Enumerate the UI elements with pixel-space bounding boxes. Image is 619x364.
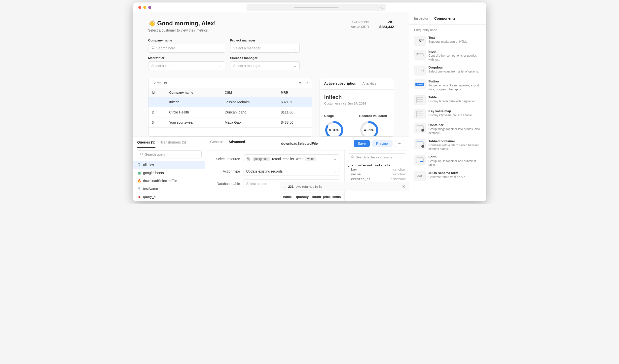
db-table-label: Database table [210,182,240,186]
schema-column[interactable]: created_attimezone [348,177,406,181]
table-row[interactable]: 1InitechJessica Mohaim$321.50 [148,97,312,107]
global-search-input[interactable] [247,4,386,11]
greeting-subtitle: Select a customer to view their metrics. [148,28,216,32]
component-tabcontainer[interactable]: +Tabbed containerContainer with a tab to… [413,137,482,153]
query-item-allFiles[interactable]: 🗄allFiles [133,161,205,169]
usage-gauge: 83.33% [324,120,344,137]
refresh-icon[interactable]: ⟳ [305,81,308,85]
query-item-googlesheets[interactable]: ▦googlesheets [133,169,205,177]
subtab-advanced[interactable]: Advanced [228,140,245,147]
save-button[interactable]: Save [354,140,370,147]
component-form[interactable]: FormGroup inputs together and submit at … [413,153,482,169]
svg-line-9 [142,154,143,155]
tab-queries[interactable]: Queries (5) [137,140,155,148]
search-icon [140,152,144,157]
tab-components[interactable]: Components [434,16,456,24]
preview-button[interactable]: Preview [372,140,393,147]
company-search-input[interactable]: Search here [148,44,225,53]
schema-table-name[interactable]: ⌄ ar_internal_metadata [348,163,406,167]
subscription-card: Active subscription Analytics Initech Cu… [320,78,394,137]
market-tier-select[interactable]: Select a tier [148,61,225,70]
db-icon: 🗄 [137,187,141,191]
component-dropdown[interactable]: DropdownSelect one value from a list of … [413,64,482,77]
result-headers: name quantity id unit_price_cents [280,192,344,201]
metric-mrr-label: Active MRR [351,25,369,29]
text-icon: A [414,36,426,46]
col-id[interactable]: id [148,88,166,97]
component-kv[interactable]: Key value mapDisplay key value pairs in … [413,107,482,121]
schema-column[interactable]: keyvarchar [348,167,406,172]
svg-point-0 [380,6,382,8]
search-icon [380,5,383,10]
tabcontainer-icon: + [414,139,426,149]
component-text[interactable]: ATextSupports markdown or HTML. [413,34,482,48]
subscription-since: Customer since Jun 24, 2018 [324,102,389,105]
table-icon [414,95,426,105]
sheets-icon: ▦ [137,171,141,175]
check-icon: ✓ [284,185,286,188]
query-status-bar: ✓ 231 rows returned in 3s ✕ [280,182,409,191]
redis-icon: ◉ [137,195,141,199]
close-status-icon[interactable]: ✕ [402,184,405,189]
query-item-testName[interactable]: 🗄testName [133,185,205,193]
metric-customers-label: Customers [352,20,369,24]
tab-transformers[interactable]: Transformers (5) [160,140,186,148]
component-button[interactable]: ActionButtonTrigger actions like run que… [413,77,482,93]
tab-analytics[interactable]: Analytics [362,81,376,89]
action-type-label: Action type [210,169,240,173]
json-icon: JSON [414,171,426,181]
tab-inspector[interactable]: Inspector [414,16,429,24]
component-table[interactable]: TableDisplay tabular data with paginatio… [413,93,482,107]
db-icon: 🗄 [137,163,141,167]
query-item-query_4[interactable]: ◉query_4 [133,193,205,201]
query-title: downloadSelectedFile [251,142,348,146]
more-button[interactable]: ⋯ [395,140,404,147]
kv-icon [414,109,426,119]
resource-select[interactable]: 🐘 postgresql retool_emailer_write write [244,154,339,163]
schema-column[interactable]: valuevarchar [348,172,406,177]
results-table: 12 results ▼ ⟳ id Company name CSM MRR [148,78,312,137]
project-manager-select[interactable]: Select a manager [230,44,300,53]
window-minimize-icon[interactable] [143,6,146,9]
svg-line-3 [153,48,154,49]
greeting-title: 👋 Good morning, Alex! [148,20,216,27]
tab-active-subscription[interactable]: Active subscription [324,81,357,89]
action-type-select[interactable]: Update existing records [244,167,339,176]
button-icon: Action [414,79,426,89]
input-icon [414,50,426,60]
table-row[interactable]: 2Circle HealthDuncan Idaho$111.00 [148,107,312,117]
col-mrr[interactable]: MRR [277,88,312,97]
search-icon [351,155,354,159]
filter-icon[interactable]: ▼ [298,81,302,85]
svg-point-8 [140,153,142,155]
schema-search-input[interactable]: Search tables or columns [348,153,406,161]
col-company[interactable]: Company name [166,88,221,97]
subscription-company: Initech [324,94,389,101]
section-frequently-used: Frequently used [409,25,486,34]
query-item-downloadSelectedFile[interactable]: 🔥downloadSelectedFile [133,177,205,185]
svg-line-11 [353,157,354,158]
metric-mrr-value: $284,432 [374,25,394,29]
svg-line-1 [382,7,383,8]
container-icon: + [414,123,426,133]
col-csm[interactable]: CSM [221,88,277,97]
records-gauge: 40.78% [359,120,379,137]
project-manager-label: Project manager [230,38,300,42]
metric-customers-value: 281 [374,20,394,24]
window-close-icon[interactable] [138,6,141,9]
component-json[interactable]: JSONJSON schema formGenerate forms from … [413,169,482,183]
window-zoom-icon[interactable] [148,6,151,9]
window-titlebar [133,2,486,12]
table-row[interactable]: 3Yogi sportswearMaya Gao$438.50 [148,117,312,128]
results-count: 12 results [152,81,167,85]
subtab-general[interactable]: General [210,140,223,147]
postgres-icon: 🐘 [246,157,251,161]
form-icon [414,155,426,165]
svg-point-2 [152,46,154,48]
query-search-input[interactable]: Search query [137,150,202,158]
component-input[interactable]: InputControl other components or queries… [413,48,482,64]
fire-icon: 🔥 [137,179,141,183]
company-name-label: Company name [148,38,225,42]
success-manager-select[interactable]: Select a manager [230,61,300,70]
component-container[interactable]: +ContainerGroup things together into gro… [413,121,482,137]
